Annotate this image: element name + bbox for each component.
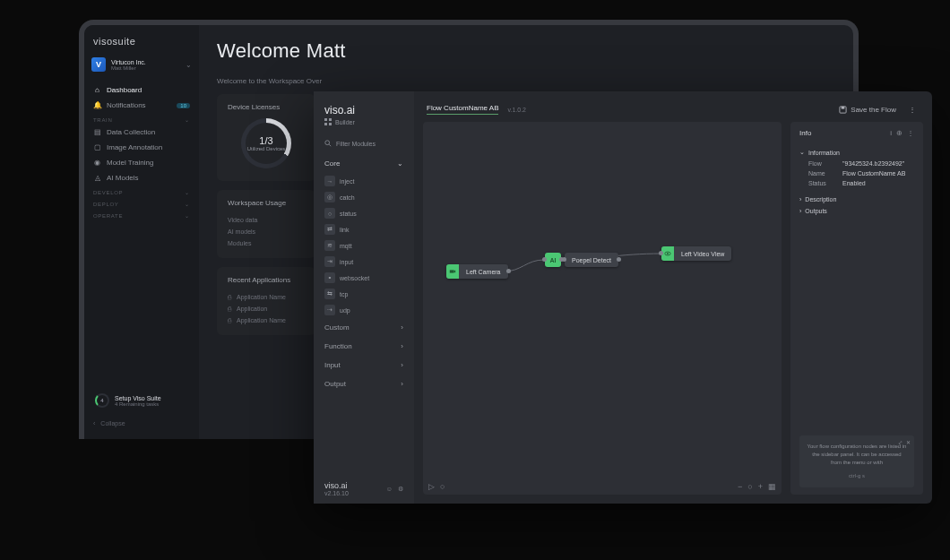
- nav-image-annotation[interactable]: ▢Image Annotation: [84, 140, 199, 155]
- node-people-detect[interactable]: Poepel Detect: [565, 253, 618, 267]
- info-help-card: ⤢ ✕ Your flow configuration nodes are li…: [799, 435, 914, 487]
- module-websocket[interactable]: ⚬websocket: [321, 270, 407, 286]
- module-catch[interactable]: ◎catch: [321, 189, 407, 205]
- socket-icon: ⚬: [324, 272, 335, 283]
- recent-row[interactable]: ⎙Application Name: [228, 291, 305, 303]
- module-status[interactable]: ○status: [321, 205, 407, 221]
- info-icon[interactable]: i: [890, 129, 892, 137]
- builder-label: Builder: [335, 119, 355, 125]
- output-port[interactable]: [506, 269, 511, 273]
- save-icon: [839, 106, 847, 114]
- usage-row: Modules: [228, 237, 305, 249]
- zoom-out-button[interactable]: −: [738, 482, 742, 491]
- chevron-right-icon: ›: [401, 342, 403, 350]
- module-group-input[interactable]: Input›: [314, 356, 414, 375]
- chevron-right-icon: ›: [799, 196, 801, 202]
- cube-icon: ◬: [93, 174, 101, 182]
- filter-modules[interactable]: Filter Modules: [314, 133, 414, 154]
- settings-icon[interactable]: ⚙: [398, 486, 403, 493]
- input-port[interactable]: [542, 257, 547, 262]
- footer-logo: viso.ai: [324, 481, 349, 490]
- page-title: Welcome Matt: [217, 39, 835, 63]
- chevron-down-icon: ⌄: [397, 159, 403, 168]
- flow-canvas[interactable]: Left Camera AI Poepel Detect Left Video …: [423, 122, 782, 495]
- module-group-core[interactable]: Core⌄: [314, 154, 414, 173]
- info-section-information[interactable]: ⌄Information: [799, 146, 914, 159]
- recent-row[interactable]: ⎙Application: [228, 303, 305, 314]
- nav-data-collection[interactable]: ▤Data Collection: [84, 125, 199, 140]
- notification-count: 10: [177, 103, 190, 108]
- recent-row[interactable]: ⎙Application Name: [228, 314, 305, 326]
- help-text: Your flow configuration nodes are listed…: [807, 443, 907, 467]
- svg-marker-9: [454, 270, 456, 272]
- camera-icon: [446, 264, 459, 279]
- nav-group-train[interactable]: TRAIN⌄: [84, 113, 199, 125]
- card-title: Recent Applications: [228, 276, 305, 284]
- module-link[interactable]: ⇄link: [321, 221, 407, 237]
- broadcast-icon: ≋: [324, 240, 335, 251]
- nav-group-deploy[interactable]: DEPLOY⌄: [84, 197, 199, 209]
- target-icon[interactable]: ○: [440, 482, 445, 491]
- circle-icon: ○: [324, 208, 335, 219]
- module-input[interactable]: ⇥input: [321, 254, 407, 270]
- help-icon[interactable]: ⊕: [896, 129, 902, 137]
- org-switcher[interactable]: V Virtucon Inc. Matt Miller ⌄: [84, 54, 199, 75]
- node-left-video-view[interactable]: Left Video View: [661, 246, 731, 261]
- output-port[interactable]: [617, 257, 621, 262]
- link-icon: ⇄: [324, 224, 335, 235]
- input-port[interactable]: [562, 257, 566, 262]
- zoom-reset-button[interactable]: ○: [747, 482, 752, 491]
- svg-rect-1: [329, 118, 332, 121]
- module-tcp[interactable]: ⇆tcp: [321, 286, 407, 302]
- close-icon[interactable]: ✕: [906, 439, 911, 447]
- popout-icon[interactable]: ⤢: [898, 439, 902, 447]
- node-left-camera[interactable]: Left Camera: [446, 264, 508, 279]
- save-flow-button[interactable]: Save the Flow: [839, 106, 896, 114]
- svg-line-5: [329, 144, 331, 146]
- input-port[interactable]: [659, 251, 663, 255]
- visosuite-logo: visosuite: [84, 34, 199, 54]
- collapse-sidebar[interactable]: ‹ Collapse: [84, 417, 199, 430]
- more-icon[interactable]: ⋮: [907, 129, 914, 137]
- chevron-down-icon: ⌄: [185, 189, 190, 195]
- module-group-output[interactable]: Output›: [314, 375, 414, 393]
- chevron-down-icon: ⌄: [185, 116, 190, 123]
- builder-footer: viso.ai v2.16.10 ☺ ⚙: [314, 474, 414, 504]
- bell-icon: 🔔: [93, 101, 101, 109]
- nav-model-training[interactable]: ◉Model Training: [84, 155, 199, 170]
- info-section-description[interactable]: ›Description: [799, 194, 914, 205]
- nav-group-develop[interactable]: DEVELOP⌄: [84, 185, 199, 197]
- user-icon[interactable]: ☺: [386, 486, 393, 493]
- chevron-right-icon: ›: [401, 323, 403, 332]
- nav-ai-models[interactable]: ◬AI Models: [84, 170, 199, 185]
- info-section-outputs[interactable]: ›Outputs: [799, 205, 914, 217]
- module-group-function[interactable]: Function›: [314, 337, 414, 356]
- zoom-in-button[interactable]: +: [758, 482, 763, 491]
- footer-version: v2.16.10: [324, 490, 349, 496]
- module-udp[interactable]: ⇢udp: [321, 302, 407, 318]
- setup-title: Setup Viso Suite: [115, 395, 161, 401]
- info-key: Status: [808, 180, 842, 186]
- more-menu-button[interactable]: ⋮: [905, 106, 920, 114]
- pointer-icon[interactable]: ▷: [428, 482, 435, 491]
- setup-progress[interactable]: 4 Setup Viso Suite 4 Remaining tasks: [91, 390, 192, 411]
- module-inject[interactable]: →inject: [321, 173, 407, 189]
- svg-point-11: [667, 253, 669, 254]
- nav-notifications[interactable]: 🔔 Notifications 10: [84, 98, 199, 113]
- flow-name[interactable]: Flow CustomName AB: [427, 104, 498, 115]
- input-icon: ⇥: [324, 256, 335, 267]
- minimap-button[interactable]: ▦: [768, 482, 776, 491]
- chevron-right-icon: ›: [799, 208, 801, 214]
- module-mqtt[interactable]: ≋mqtt: [321, 237, 407, 254]
- canvas-tools-left: ▷ ○: [428, 482, 445, 491]
- module-group-custom[interactable]: Custom›: [314, 318, 414, 337]
- node-ai[interactable]: AI: [545, 253, 561, 267]
- info-key: Flow: [808, 160, 842, 167]
- usage-row: Video data: [228, 214, 305, 226]
- filter-label: Filter Modules: [336, 141, 376, 147]
- builder-window: viso.ai Builder Filter Modules Core⌄ →in…: [314, 91, 932, 504]
- search-icon: [324, 140, 332, 147]
- nav-dashboard[interactable]: ⌂ Dashboard: [84, 82, 199, 98]
- node-label: Poepel Detect: [565, 257, 618, 263]
- nav-group-operate[interactable]: OPERATE⌄: [84, 209, 199, 220]
